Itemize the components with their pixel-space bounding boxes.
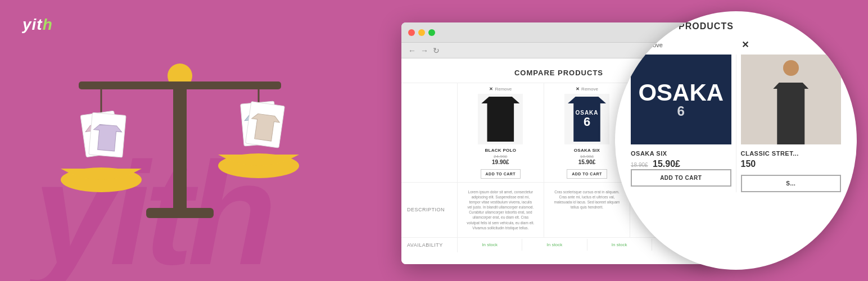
zoom-remove-button-2[interactable]: ✕: [736, 39, 846, 50]
zoom-osaka-text: OSAKA6: [638, 81, 724, 118]
product-image-2: OSAKA 6: [564, 94, 609, 144]
remove-x-2: ✕: [576, 87, 580, 92]
zoom-circle: COMPARE PRODUCTS ✕ Remove ✕ OSAKA6: [615, 11, 857, 270]
browser-forward-button[interactable]: →: [421, 46, 428, 55]
compare-product-col-1: ✕ Remove BLACK POLO 24,90£ 19.90£ ADD TO…: [458, 83, 544, 182]
product-name-1: BLACK POLO: [462, 148, 539, 153]
zoom-close-x-2: ✕: [742, 39, 749, 50]
add-to-cart-button-1[interactable]: ADD TO CART: [481, 169, 521, 179]
product-price-1: 19.90£: [462, 159, 539, 165]
description-label: DESCRIPTION: [401, 183, 458, 237]
description-text-2: Cras scelerisque cursus erat in aliquam.…: [549, 186, 626, 213]
remove-button-1[interactable]: ✕ Remove: [462, 87, 539, 92]
zoom-price-row-osaka: 18.90£ 15.90£: [631, 159, 731, 169]
zoom-add-cart-button[interactable]: ADD TO CART: [631, 169, 731, 187]
remove-button-2[interactable]: ✕ Remove: [549, 87, 626, 92]
zoom-product-osaka: OSAKA6 OSAKA SIX 18.90£ 15.90£ ADD TO CA…: [626, 55, 736, 192]
browser-dot-yellow[interactable]: [418, 29, 425, 36]
shirt-black-icon: [481, 97, 519, 142]
availability-label: AVAILABILITY: [401, 238, 458, 252]
zoom-classic-person: [741, 55, 842, 144]
remove-x-1: ✕: [489, 87, 493, 92]
scale-svg: [45, 34, 315, 247]
compare-label-col-empty: [401, 83, 458, 182]
product-image-1: [478, 94, 523, 144]
browser-back-button[interactable]: ←: [408, 46, 416, 55]
availability-2: In stock: [522, 239, 587, 251]
description-text-1: Lorem ipsum dolor sit amet, consectetur …: [462, 186, 539, 234]
svg-rect-3: [79, 81, 281, 89]
logo-accent: h: [43, 16, 53, 33]
remove-label-2: Remove: [581, 87, 598, 92]
zoom-osaka-image: OSAKA6: [631, 55, 731, 144]
zoom-product-name-classic: CLASSIC STRET...: [741, 150, 842, 157]
zoom-products-row: OSAKA6 OSAKA SIX 18.90£ 15.90£ ADD TO CA…: [626, 55, 846, 192]
svg-rect-0: [173, 79, 187, 214]
availability-1: In stock: [458, 239, 522, 251]
zoom-remove-row: ✕ Remove ✕: [626, 39, 846, 50]
zoom-product-name-osaka: OSAKA SIX: [631, 150, 731, 157]
browser-dot-green[interactable]: [428, 29, 435, 36]
yith-logo: yith: [22, 16, 53, 34]
zoom-content: COMPARE PRODUCTS ✕ Remove ✕ OSAKA6: [615, 11, 857, 270]
add-to-cart-button-2[interactable]: ADD TO CART: [567, 169, 607, 179]
availability-3: In stock: [587, 239, 652, 251]
zoom-price-classic: 150: [741, 159, 842, 169]
remove-label-1: Remove: [495, 87, 512, 92]
zoom-classic-image: [741, 55, 842, 144]
zoom-price-osaka: 15.90£: [653, 159, 680, 169]
zoom-set-options-button[interactable]: S...: [741, 175, 842, 192]
product-name-2: OSAKA SIX: [549, 148, 626, 153]
scale-illustration: [45, 34, 326, 259]
zoom-product-classic: CLASSIC STRET... 150 S...: [736, 55, 846, 192]
product-price-2: 15.90£: [549, 159, 626, 165]
description-col-2: Cras scelerisque cursus erat in aliquam.…: [544, 183, 631, 237]
browser-dot-red[interactable]: [408, 29, 415, 36]
product-old-price-1: 24,90£: [462, 154, 539, 159]
zoom-old-price-osaka: 18.90£: [631, 162, 648, 168]
shirt-osaka-icon: OSAKA 6: [568, 97, 606, 142]
product-old-price-2: 18,90£: [549, 154, 626, 159]
svg-rect-1: [146, 208, 214, 218]
browser-refresh-button[interactable]: ↻: [433, 46, 440, 55]
description-col-1: Lorem ipsum dolor sit amet, consectetur …: [458, 183, 544, 237]
